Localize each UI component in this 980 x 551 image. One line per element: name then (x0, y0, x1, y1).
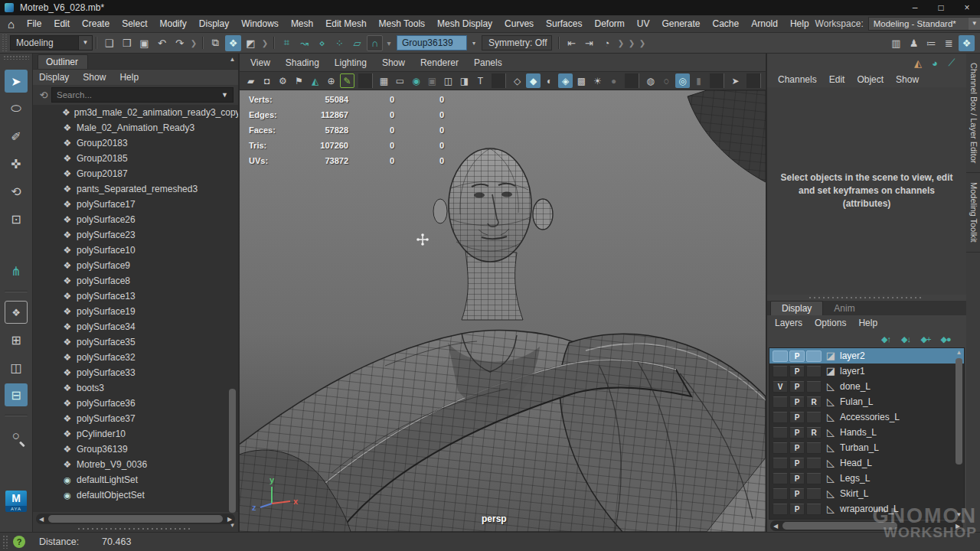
lights-icon[interactable]: ☀ (590, 73, 605, 88)
layer-color-swatch[interactable]: ◺ (825, 380, 837, 393)
layer-playback-toggle[interactable]: P (789, 412, 805, 423)
menu-deform[interactable]: Deform (588, 18, 630, 29)
outliner-item[interactable]: ❖ Group20187 (33, 166, 238, 181)
outliner-tab[interactable]: Outliner (38, 54, 88, 69)
layer-visibility-toggle[interactable] (773, 488, 788, 500)
minimize-button[interactable]: – (902, 2, 928, 13)
outliner-item[interactable]: ❖ polySurface23 (33, 227, 238, 243)
layer-horizontal-scrollbar[interactable]: ◀ ▶ (770, 520, 963, 531)
create-layer-from-selected-icon[interactable]: ◆● (936, 331, 955, 347)
save-scene-icon[interactable]: ▣ (136, 35, 152, 51)
grid-icon[interactable]: ▦ (377, 73, 391, 88)
layer-row[interactable]: P ◪ layer1 (769, 364, 964, 379)
output-connections-icon[interactable]: ⇥ (581, 35, 597, 51)
layer-color-swatch[interactable]: ◺ (825, 503, 837, 515)
xray-icon[interactable]: ◎ (675, 73, 690, 88)
chevron-down-icon[interactable]: ▾ (472, 40, 475, 47)
move-layer-down-icon[interactable]: ◆↓ (897, 331, 915, 347)
backface-culling-icon[interactable]: ▮ (691, 73, 706, 88)
outliner-item[interactable]: ❖ boots3 (33, 380, 238, 396)
layer-display-type-toggle[interactable] (806, 366, 822, 377)
help-icon[interactable]: ? (13, 536, 25, 548)
layer-color-swatch[interactable]: ◺ (825, 487, 837, 500)
expand-chevron-icon[interactable]: ❯ (638, 35, 647, 51)
paint-select-tool[interactable]: ✐ (5, 125, 28, 148)
2d-pan-zoom-icon[interactable]: ⊕ (324, 73, 338, 88)
menu-mesh[interactable]: Mesh (285, 18, 319, 29)
select-object-icon[interactable]: ❖ (225, 35, 241, 51)
safe-action-icon[interactable]: ◨ (457, 73, 472, 88)
outliner-item[interactable]: ❖ polySurface37 (33, 411, 238, 426)
scale-tool[interactable]: ⊡ (5, 207, 28, 230)
layer-playback-toggle[interactable]: P (789, 519, 805, 520)
textures-icon[interactable]: ▩ (574, 73, 589, 88)
bookmark-icon[interactable]: ⚑ (292, 73, 306, 88)
menu-windows[interactable]: Windows (235, 18, 285, 29)
layout-single-pane-button[interactable]: ❖ (5, 301, 28, 324)
layer-tab-display[interactable]: Display (770, 301, 823, 315)
layer-visibility-toggle[interactable] (773, 458, 788, 469)
channelbox-menu-show[interactable]: Show (896, 74, 919, 85)
camera-lock-icon[interactable]: ◘ (260, 73, 274, 88)
last-used-tool[interactable]: ⋔ (5, 259, 28, 282)
layer-playback-toggle[interactable]: P (789, 458, 805, 469)
redo-icon[interactable]: ↷ (172, 35, 188, 51)
outliner-item[interactable]: ❖ Motreb_V9_0036 (33, 457, 238, 472)
create-empty-layer-icon[interactable]: ◆+ (916, 331, 935, 347)
camera-attributes-icon[interactable]: ⚙ (276, 73, 290, 88)
layer-playback-toggle[interactable]: P (789, 473, 805, 484)
chevron-down-icon[interactable]: ▼ (78, 36, 92, 50)
layer-color-swatch[interactable]: ◪ (825, 350, 837, 362)
layer-tab-anim[interactable]: Anim (823, 302, 865, 315)
outliner-item[interactable]: ❖ polySurface26 (33, 212, 238, 227)
snap-curve-icon[interactable]: ↝ (296, 35, 312, 51)
grease-pencil-icon[interactable]: ✎ (340, 73, 354, 88)
hypergraph-icon[interactable]: ⟋ (944, 55, 959, 70)
menu-uv[interactable]: UV (631, 18, 656, 29)
panel-resize-handle[interactable] (33, 526, 238, 532)
layer-color-swatch[interactable]: ◺ (825, 518, 837, 520)
safe-title-icon[interactable]: T (473, 73, 488, 88)
outliner-item[interactable]: ❖ Group20185 (33, 151, 238, 166)
outliner-item[interactable]: ❖ Group36139 (33, 442, 238, 457)
undo-icon[interactable]: ↶ (154, 35, 170, 51)
scrollbar-thumb[interactable] (229, 389, 236, 514)
panel-menu-shading[interactable]: Shading (286, 57, 319, 68)
layer-playback-toggle[interactable]: P (789, 366, 805, 377)
layer-display-type-toggle[interactable] (806, 350, 822, 362)
channelbox-menu-object[interactable]: Object (857, 74, 884, 85)
side-tab-channel-box[interactable]: Channel Box / Layer Editor (966, 54, 980, 173)
layer-visibility-toggle[interactable] (773, 473, 788, 484)
outliner-item[interactable]: ❖ pCylinder10 (33, 426, 238, 442)
menu-edit-mesh[interactable]: Edit Mesh (319, 18, 372, 29)
layer-display-type-toggle[interactable]: R (806, 396, 822, 408)
outliner-item[interactable]: ❖ polySurface8 (33, 273, 238, 289)
menu-file[interactable]: File (21, 18, 47, 29)
scroll-up-icon[interactable]: ▲ (954, 348, 964, 357)
viewport-canvas[interactable]: y x z Verts: 55084 0 0 Edges: (240, 90, 766, 532)
scroll-up-icon[interactable]: ▲ (227, 55, 237, 64)
layer-visibility-toggle[interactable] (773, 442, 788, 454)
move-layer-up-icon[interactable]: ◆↑ (877, 331, 895, 347)
outliner-item[interactable]: ◉ defaultLightSet (33, 472, 238, 487)
rotate-tool[interactable]: ⟲ (5, 180, 28, 203)
expand-chevron-icon[interactable]: ❯ (616, 35, 626, 51)
layer-color-swatch[interactable]: ◺ (825, 411, 837, 423)
menu-display[interactable]: Display (193, 18, 235, 29)
layer-vertical-scrollbar[interactable]: ▲ ▼ (954, 348, 964, 520)
layers-menu-layers[interactable]: Layers (775, 318, 802, 328)
layer-color-swatch[interactable]: ◺ (825, 472, 837, 484)
layer-color-swatch[interactable]: ◺ (825, 396, 837, 408)
shelf-editor-icon[interactable]: ▥ (888, 35, 904, 51)
layer-row[interactable]: V P ◺ done_L (769, 379, 964, 394)
outliner-item[interactable]: ❖ polySurface33 (33, 365, 238, 380)
menu-edit[interactable]: Edit (47, 18, 76, 29)
scroll-down-icon[interactable]: ▼ (954, 510, 964, 520)
layer-row[interactable]: P ◪ layer2 (769, 348, 964, 364)
layer-row[interactable]: P ◺ Accessories_L (769, 409, 964, 425)
layer-display-type-toggle[interactable] (806, 519, 822, 520)
construction-history-icon[interactable]: ◔ (599, 35, 615, 51)
menu-mesh-tools[interactable]: Mesh Tools (373, 18, 431, 29)
outliner-item[interactable]: ❖ polySurface35 (33, 334, 238, 350)
layer-display-type-toggle[interactable] (806, 504, 822, 515)
